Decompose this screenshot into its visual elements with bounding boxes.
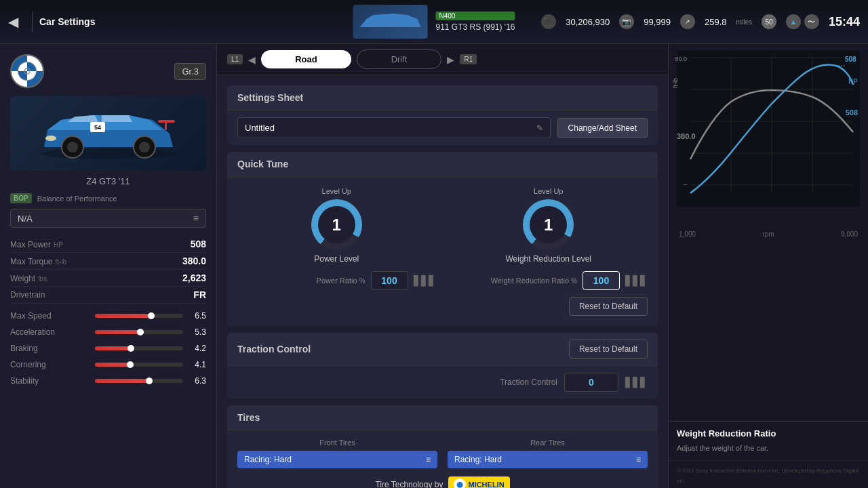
controller-btn: ⬛ [541, 14, 556, 29]
rpm-mid: rpm [762, 230, 774, 238]
center-content: L1 ◀ Road Drift ▶ R1 Settings Sheet Unti… [217, 44, 668, 488]
tune-controls: Level Up 1 Power Level Power Ratio [237, 187, 648, 290]
car-image-area: 54 [10, 96, 206, 171]
mileage-unit: miles [736, 18, 752, 26]
power-bar-icon: ▋▋▋ [414, 275, 436, 286]
sheet-name-input[interactable]: Untitled ✎ [237, 117, 551, 138]
power-dial-container[interactable]: 1 [311, 199, 362, 250]
drift-tab[interactable]: Drift [357, 49, 442, 69]
chart-info: Weight Reduction Ratio Adjust the weight… [669, 421, 868, 461]
weight-ratio-value-box[interactable]: 100 [583, 271, 620, 290]
acceleration-track[interactable] [95, 330, 183, 334]
extra-stat: 99,999 [644, 17, 671, 27]
stability-track[interactable] [95, 379, 183, 383]
tires-row: Front Tires Racing: Hard ≡ Rear Tires Ra… [237, 439, 648, 468]
chart-rpm-row: 1,000 rpm 9,000 [675, 229, 861, 239]
traction-control-body: Traction Control 0 ▋▋▋ [227, 366, 658, 399]
weight-dial-container[interactable]: 1 [523, 199, 574, 250]
rear-tire-menu-icon: ≡ [636, 455, 641, 464]
svg-text:380.0: 380.0 [675, 56, 687, 62]
power-level-label: Power Level [314, 254, 359, 264]
weight-label: Weight [10, 274, 35, 283]
front-tire-col: Front Tires Racing: Hard ≡ [237, 439, 437, 468]
sheet-name-value: Untitled [245, 123, 275, 133]
top-right-stats: ⬛ 30,206,930 📷 99,999 ↗ 259.8 miles 50 ▲… [541, 14, 860, 29]
braking-fill [95, 346, 132, 350]
preset-value: N/A [18, 214, 33, 224]
road-tab[interactable]: Road [261, 50, 351, 68]
max-torque-label: Max Torque [10, 257, 52, 266]
change-sheet-button[interactable]: Change/Add Sheet [557, 118, 648, 138]
rear-tire-header: Rear Tires [448, 439, 648, 447]
max-speed-track[interactable] [95, 314, 183, 318]
cornering-label: Cornering [10, 360, 46, 369]
chart-info-desc: Adjust the weight of the car. [677, 443, 860, 454]
braking-slider-row: Braking 4.2 [10, 340, 206, 357]
chart-peak-hp: 508 [846, 108, 858, 117]
braking-track[interactable] [95, 346, 183, 350]
cornering-value: 4.1 [187, 360, 206, 369]
settings-sheet-body: Untitled ✎ Change/Add Sheet [227, 110, 658, 145]
right-panel: ft-lb HP 508 380.0 [668, 44, 868, 488]
weight-ratio-value: 100 [593, 275, 609, 286]
camera-icon: 📷 [619, 14, 634, 29]
drivetrain-value: FR [193, 289, 206, 300]
traction-control-card: Traction Control Reset to Default Tracti… [227, 333, 658, 399]
torque-y-label: ft-lb [672, 78, 679, 88]
dyno-chart-svg: 380.0 – 508 [675, 51, 861, 227]
rear-tire-col: Rear Tires Racing: Hard ≡ [448, 439, 648, 468]
acceleration-value: 5.3 [187, 327, 206, 337]
cornering-slider-row: Cornering 4.1 [10, 357, 206, 373]
power-level-up-label: Level Up [322, 187, 351, 195]
acceleration-fill [95, 330, 142, 334]
acceleration-thumb [137, 329, 144, 336]
bop-full-label: Balance of Performance [37, 195, 117, 203]
hp-y-label: HP [848, 78, 858, 85]
traction-label: Traction Control [401, 378, 557, 387]
preset-row[interactable]: N/A ≡ [10, 209, 206, 228]
car-name-badge: N400 911 GT3 RS (991) '16 [435, 12, 515, 32]
power-ratio-value-box[interactable]: 100 [371, 271, 408, 290]
car-info-center: N400 911 GT3 RS (991) '16 [353, 5, 515, 39]
weight-ratio-text: Weight Reduction Ratio [491, 277, 569, 285]
braking-label: Braking [10, 344, 38, 353]
settings-sheet-row: Untitled ✎ Change/Add Sheet [237, 117, 648, 138]
power-ratio-value: 100 [381, 275, 397, 286]
tires-header: Tires [227, 405, 658, 430]
rear-tire-badge[interactable]: Racing: Hard ≡ [448, 451, 648, 468]
preset-menu-icon: ≡ [193, 213, 199, 224]
content-area: Settings Sheet Untitled ✎ Change/Add She… [217, 75, 668, 488]
quick-tune-reset-button[interactable]: Reset to Default [569, 297, 648, 316]
traction-value-box[interactable]: 0 [564, 373, 618, 392]
copyright-text: © 2021 Sony Interactive Entertainment In… [677, 468, 859, 484]
svg-text:508: 508 [845, 56, 856, 63]
acceleration-slider-row: Acceleration 5.3 [10, 324, 206, 340]
cornering-thumb [127, 361, 134, 368]
max-speed-label: Max Speed [10, 311, 52, 321]
stability-thumb [146, 378, 153, 384]
stability-value: 6.3 [187, 376, 206, 386]
svg-text:–: – [684, 181, 687, 188]
cornering-bar: 4.1 [95, 360, 206, 369]
traction-reset-button[interactable]: Reset to Default [569, 340, 648, 359]
front-tire-badge[interactable]: Racing: Hard ≡ [237, 451, 437, 468]
svg-rect-10 [165, 120, 167, 130]
front-tire-header: Front Tires [237, 439, 437, 447]
traction-control-header: Traction Control [237, 344, 311, 354]
max-speed-thumb [148, 312, 155, 319]
michelin-text: Tire Technology by [375, 480, 443, 488]
tires-body: Front Tires Racing: Hard ≡ Rear Tires Ra… [227, 430, 658, 488]
back-button[interactable]: ◀ [8, 14, 18, 30]
weight-dial-inner: 1 [530, 206, 567, 243]
top-bar: ◀ Car Settings N400 911 GT3 RS (991) '16… [0, 0, 868, 44]
rpm-max: 9,000 [841, 230, 858, 238]
cornering-track[interactable] [95, 363, 183, 367]
controller-icon-1: ⬛ [541, 14, 556, 29]
max-power-unit: HP [54, 241, 63, 249]
weight-dial-outer: 1 [523, 199, 574, 250]
pencil-icon: ✎ [536, 123, 543, 133]
acceleration-label: Acceleration [10, 327, 55, 337]
acceleration-bar: 5.3 [95, 327, 206, 337]
car-model-label: Z4 GT3 '11 [10, 176, 206, 186]
car-illustration: 54 [31, 103, 186, 164]
